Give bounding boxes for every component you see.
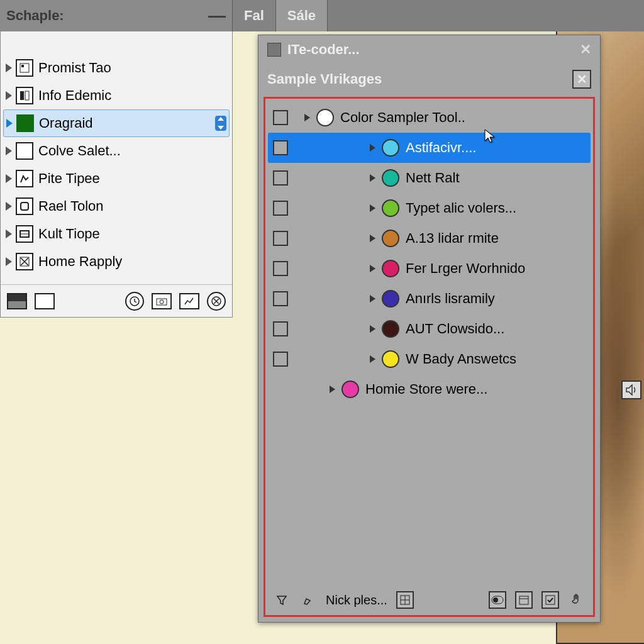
sidebar-panel: Promist Tao Info Edemic Oragraid Colve S… xyxy=(0,31,233,318)
sidebar-item-label: Colve Salet... xyxy=(38,143,227,159)
swatch-label: A.13 lidar rmite xyxy=(406,230,586,247)
color-swatch-icon xyxy=(382,350,399,368)
swatch-row[interactable]: Fer Lrger Worhnido xyxy=(265,253,593,284)
sidebar-item-label: Info Edemic xyxy=(38,87,227,104)
swatch-label: Astifacivr.... xyxy=(406,140,586,156)
swatch-row[interactable]: Typet alic volers... xyxy=(265,193,593,223)
check-icon[interactable] xyxy=(541,591,559,609)
grid-icon[interactable] xyxy=(396,591,414,609)
expand-icon xyxy=(6,202,12,211)
expand-icon xyxy=(370,355,375,363)
popup-body: Color Sampler Tool..Astifacivr....Nett R… xyxy=(264,97,595,617)
svg-rect-17 xyxy=(519,596,528,604)
popup-titlebar[interactable]: ITe-coder... ✕ xyxy=(258,35,600,64)
checkbox[interactable] xyxy=(273,321,288,336)
sidebar-item[interactable]: Kult Tiope xyxy=(1,220,232,248)
color-swatch-icon xyxy=(341,380,359,398)
color-swatch-icon xyxy=(382,199,399,217)
expand-icon xyxy=(370,325,375,333)
sidebar-item-label: Kult Tiope xyxy=(38,226,227,242)
popup-subtitle-bar: Sample Vlrikages ✕ xyxy=(258,64,600,94)
color-swatch-icon xyxy=(382,260,399,277)
swatch-label: Nett Ralt xyxy=(406,170,586,186)
sidebar-item-label: Oragraid xyxy=(39,115,215,131)
cancel-icon[interactable] xyxy=(207,292,226,311)
swatch-label: Typet alic volers... xyxy=(406,200,586,216)
item-icon xyxy=(16,197,33,215)
swatch-row[interactable]: Color Sampler Tool.. xyxy=(265,103,593,133)
checkbox[interactable] xyxy=(273,201,288,216)
chart-icon[interactable] xyxy=(179,293,199,309)
checkbox[interactable] xyxy=(273,140,288,155)
expand-icon xyxy=(370,295,375,303)
swatch-row[interactable]: AUT Clowsido... xyxy=(265,314,593,344)
sidebar-item[interactable]: Promist Tao xyxy=(1,54,232,82)
swatch-row[interactable]: Anırls lisramily xyxy=(265,284,593,314)
swatch-label: AUT Clowsido... xyxy=(406,321,586,337)
sidebar-item[interactable]: Oragraid xyxy=(3,109,230,137)
svg-point-16 xyxy=(493,597,498,602)
sidebar-item[interactable]: Rael Tolon xyxy=(1,192,232,220)
expand-icon xyxy=(6,91,12,100)
close-panel-icon[interactable]: ✕ xyxy=(572,70,591,89)
expand-icon xyxy=(304,114,310,121)
minimize-button[interactable]: — xyxy=(208,6,226,26)
sound-icon[interactable] xyxy=(621,380,641,399)
sidebar-item[interactable]: Pite Tipee xyxy=(1,165,232,192)
panel-title-label: Schaple: xyxy=(6,8,64,24)
checkbox[interactable] xyxy=(273,170,288,186)
swatch-row[interactable]: Homie Store were... xyxy=(265,374,593,404)
calendar-icon[interactable] xyxy=(515,591,533,609)
sidebar-item[interactable]: Info Edemic xyxy=(1,82,232,109)
swatch-label: W Bady Answetcs xyxy=(406,351,586,367)
swatch-row[interactable]: A.13 lidar rmite xyxy=(265,223,593,253)
swatch-label: Fer Lrger Worhnido xyxy=(406,260,586,277)
sort-handle-icon[interactable] xyxy=(215,116,226,131)
checkbox[interactable] xyxy=(273,261,288,276)
tab-fal[interactable]: Fal xyxy=(233,0,276,31)
color-swatch-icon xyxy=(316,109,334,126)
color-swatch-icon xyxy=(382,230,399,247)
item-icon xyxy=(16,253,33,270)
new-folder-icon[interactable] xyxy=(35,293,55,309)
checkbox[interactable] xyxy=(273,110,288,125)
pen-icon[interactable] xyxy=(299,591,317,609)
item-icon xyxy=(16,87,33,104)
expand-icon xyxy=(330,386,335,393)
sidebar-list: Promist Tao Info Edemic Oragraid Colve S… xyxy=(1,31,232,275)
swatch-label: Anırls lisramily xyxy=(406,291,586,307)
clock-icon[interactable] xyxy=(125,292,144,311)
swatch-row[interactable]: Nett Ralt xyxy=(265,163,593,193)
checkbox[interactable] xyxy=(273,291,288,306)
sidebar-item[interactable]: Colve Salet... xyxy=(1,137,232,165)
close-icon[interactable]: ✕ xyxy=(580,42,591,58)
expand-icon xyxy=(6,230,12,238)
sidebar-item[interactable]: Home Rapply xyxy=(1,248,232,275)
checkbox[interactable] xyxy=(273,231,288,246)
expand-icon xyxy=(6,119,13,128)
sidebar-item-label: Promist Tao xyxy=(38,60,227,76)
tab-label: Sále xyxy=(287,8,316,24)
color-swatch-icon xyxy=(382,139,399,157)
tab-sale[interactable]: Sále xyxy=(276,0,328,31)
expand-icon xyxy=(6,147,12,155)
sidebar-item-label: Pite Tipee xyxy=(38,170,227,187)
swatch-row[interactable]: Astifacivr.... xyxy=(268,133,591,163)
camera-icon[interactable] xyxy=(152,293,172,309)
item-icon xyxy=(16,59,33,77)
expand-icon xyxy=(6,174,12,183)
swatch-row[interactable]: W Bady Answetcs xyxy=(265,344,593,374)
svg-rect-1 xyxy=(21,65,24,67)
hand-icon[interactable] xyxy=(568,591,586,609)
swatch-list: Color Sampler Tool..Astifacivr....Nett R… xyxy=(265,99,593,585)
popup-title: ITe-coder... xyxy=(287,42,360,58)
cursor-icon xyxy=(484,129,496,144)
checkbox[interactable] xyxy=(273,352,288,367)
swatch-label: Color Sampler Tool.. xyxy=(340,109,586,126)
toggle-icon[interactable] xyxy=(489,591,506,609)
expand-icon xyxy=(370,174,375,182)
filter-icon[interactable] xyxy=(273,591,291,609)
window-icon xyxy=(267,43,281,57)
view-mode-icon[interactable] xyxy=(7,293,27,309)
expand-icon xyxy=(370,235,375,242)
